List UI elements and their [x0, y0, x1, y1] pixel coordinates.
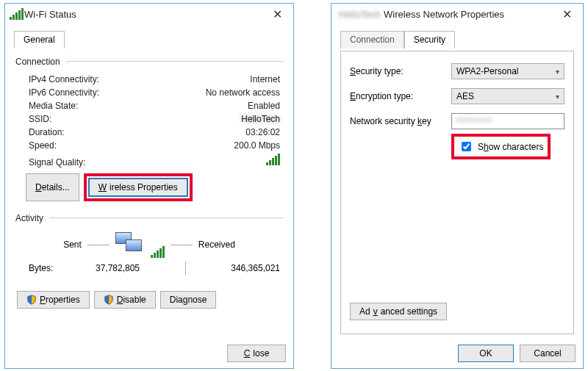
ssid-label: SSID: [29, 114, 51, 124]
received-label: Received [198, 239, 235, 250]
shield-icon [26, 295, 37, 305]
activity-group: Activity [15, 210, 283, 225]
ok-button[interactable]: OK [458, 345, 514, 362]
show-characters-label[interactable]: Show characters [478, 142, 543, 152]
close-icon[interactable]: ✕ [264, 5, 290, 23]
activity-monitors-icon [115, 232, 145, 257]
close-icon[interactable]: ✕ [553, 5, 580, 23]
highlight-wireless-properties: Wireless Properties [84, 173, 193, 201]
bytes-received-value: 346,365,021 [231, 263, 280, 273]
encryption-type-select[interactable]: AES▾ [451, 88, 564, 104]
wifi-status-dialog: Wi-Fi Status ✕ General Connection IPv4 C… [4, 3, 294, 369]
network-key-label: Network security key [350, 116, 445, 126]
network-key-input[interactable]: •••••••• [451, 113, 564, 129]
activity-signal-icon [151, 246, 165, 258]
duration-value: 03:26:02 [245, 127, 280, 137]
divider [185, 262, 186, 275]
media-state-label: Media State: [29, 101, 78, 111]
disable-button[interactable]: Disable [94, 291, 156, 309]
details-button[interactable]: Details... [26, 173, 79, 201]
security-type-select[interactable]: WPA2-Personal▾ [451, 63, 564, 79]
tab-security[interactable]: Security [404, 31, 455, 48]
show-characters-checkbox[interactable] [462, 142, 471, 151]
chevron-down-icon: ▾ [556, 68, 559, 76]
media-state-value: Enabled [248, 101, 280, 111]
chevron-down-icon: ▾ [556, 93, 559, 101]
ipv4-label: IPv4 Connectivity: [29, 74, 99, 84]
ipv6-label: IPv6 Connectivity: [29, 87, 99, 98]
signal-quality-icon [266, 154, 280, 168]
wifi-signal-icon [10, 8, 21, 20]
close-button[interactable]: Close [227, 345, 286, 362]
connection-group: Connection [15, 54, 283, 68]
properties-button[interactable]: Properties [17, 291, 90, 309]
duration-label: Duration: [29, 127, 65, 137]
wireless-properties-dialog: HelloTechWireless Network Properties ✕ C… [331, 3, 584, 369]
speed-value: 200.0 Mbps [234, 140, 280, 151]
advanced-settings-button[interactable]: Advanced settings [350, 303, 447, 320]
security-type-label: Security type: [350, 66, 445, 76]
ipv4-value: Internet [250, 74, 280, 84]
speed-label: Speed: [29, 140, 57, 151]
shield-icon [104, 295, 114, 305]
window-title: HelloTechWireless Network Properties [336, 9, 553, 20]
titlebar: Wi-Fi Status ✕ [5, 4, 293, 24]
tab-general[interactable]: General [14, 31, 65, 48]
window-title: Wi-Fi Status [21, 9, 264, 20]
diagnose-button[interactable]: Diagnose [160, 291, 217, 309]
bytes-label: Bytes: [29, 263, 53, 273]
titlebar: HelloTechWireless Network Properties ✕ [331, 4, 583, 24]
signal-quality-label: Signal Quality: [29, 157, 85, 168]
sent-label: Sent [63, 239, 82, 250]
wireless-properties-button[interactable]: Wireless Properties [88, 178, 188, 197]
cancel-button[interactable]: Cancel [520, 345, 576, 362]
highlight-show-characters: Show characters [451, 134, 551, 159]
ipv6-value: No network access [206, 87, 280, 98]
ssid-value: HelloTech [241, 114, 280, 124]
bytes-sent-value: 37,782,805 [96, 263, 140, 273]
tab-connection[interactable]: Connection [340, 31, 404, 48]
encryption-type-label: Encryption type: [350, 91, 445, 101]
